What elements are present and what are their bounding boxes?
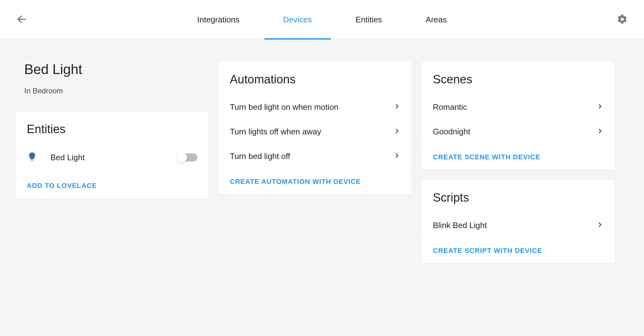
column-right: Scenes Romantic Goodnight CREATE SCENE W… (422, 62, 615, 264)
automation-item-label: Turn bed light on when motion (230, 102, 339, 112)
scene-item[interactable]: Romantic (422, 95, 615, 119)
scripts-card-title: Scripts (422, 180, 615, 213)
header-tabs: Integrations Devices Entities Areas (194, 0, 450, 40)
add-to-lovelace-button[interactable]: ADD TO LOVELACE (27, 182, 97, 189)
entities-card: Entities Bed Light ADD TO LOVELACE (16, 111, 209, 198)
chevron-right-icon (394, 152, 400, 161)
scene-item-label: Goodnight (433, 127, 470, 137)
create-scene-button[interactable]: CREATE SCENE WITH DEVICE (433, 153, 540, 161)
scene-item-label: Romantic (433, 102, 467, 112)
chevron-right-icon (597, 221, 604, 230)
automation-item-label: Turn lights off when away (230, 127, 321, 137)
device-location: In Bedroom (24, 86, 200, 95)
device-header: Bed Light In Bedroom (16, 62, 209, 101)
scripts-card: Scripts Blink Bed Light CREATE SCRIPT WI… (422, 180, 615, 264)
automation-item[interactable]: Turn lights off when away (219, 119, 412, 144)
column-middle: Automations Turn bed light on when motio… (219, 62, 412, 264)
main-content: Bed Light In Bedroom Entities Bed Light … (0, 40, 644, 276)
automations-card: Automations Turn bed light on when motio… (219, 62, 412, 194)
settings-button[interactable] (617, 14, 628, 26)
gear-icon (617, 14, 628, 25)
chevron-right-icon (597, 102, 604, 112)
automation-item[interactable]: Turn bed light on when motion (219, 95, 412, 119)
arrow-left-icon (16, 14, 27, 25)
create-automation-button[interactable]: CREATE AUTOMATION WITH DEVICE (230, 178, 361, 185)
entity-row[interactable]: Bed Light (16, 145, 209, 173)
scenes-card-footer: CREATE SCENE WITH DEVICE (422, 144, 615, 170)
automation-item-label: Turn bed light off (230, 152, 290, 161)
scripts-card-footer: CREATE SCRIPT WITH DEVICE (422, 238, 615, 264)
tab-entities[interactable]: Entities (353, 0, 385, 40)
scenes-card-title: Scenes (422, 62, 615, 95)
toggle-knob (176, 152, 187, 163)
script-item-label: Blink Bed Light (433, 221, 487, 230)
scene-item[interactable]: Goodnight (422, 119, 615, 144)
automations-card-footer: CREATE AUTOMATION WITH DEVICE (219, 169, 412, 194)
automations-card-title: Automations (219, 62, 412, 95)
entities-card-footer: ADD TO LOVELACE (16, 173, 209, 198)
column-left: Bed Light In Bedroom Entities Bed Light … (16, 62, 209, 264)
entity-toggle[interactable] (178, 153, 197, 161)
chevron-right-icon (394, 127, 400, 137)
create-script-button[interactable]: CREATE SCRIPT WITH DEVICE (433, 247, 542, 254)
lightbulb-icon (27, 152, 37, 163)
chevron-right-icon (394, 102, 400, 112)
tab-integrations[interactable]: Integrations (194, 0, 243, 40)
chevron-right-icon (597, 127, 604, 137)
device-title: Bed Light (24, 62, 200, 77)
back-button[interactable] (16, 14, 27, 26)
tab-devices[interactable]: Devices (280, 0, 315, 40)
entity-label: Bed Light (50, 153, 178, 162)
scenes-card: Scenes Romantic Goodnight CREATE SCENE W… (422, 62, 615, 170)
automation-item[interactable]: Turn bed light off (219, 144, 412, 169)
entities-card-title: Entities (16, 111, 209, 145)
app-header: Integrations Devices Entities Areas (0, 0, 644, 40)
script-item[interactable]: Blink Bed Light (422, 213, 615, 238)
tab-areas[interactable]: Areas (423, 0, 450, 40)
